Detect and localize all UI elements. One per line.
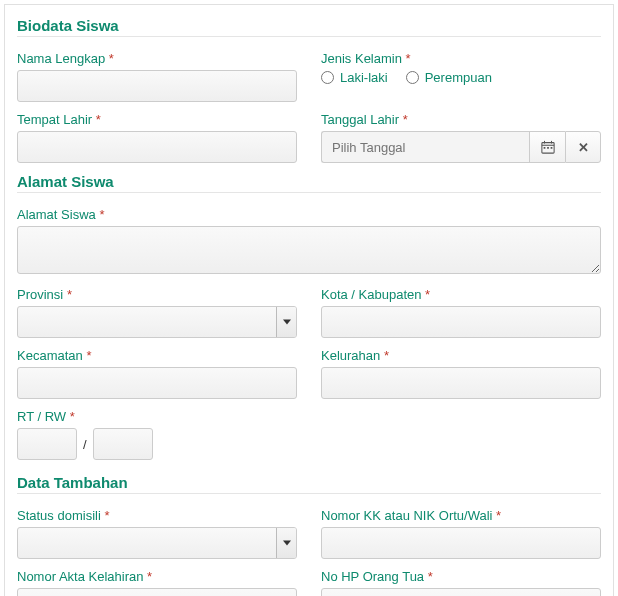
kecamatan-input[interactable] [17, 367, 297, 399]
label-status-domisili: Status domisili * [17, 508, 297, 523]
svg-rect-5 [547, 147, 549, 149]
label-tempat-lahir: Tempat Lahir * [17, 112, 297, 127]
svg-rect-4 [543, 147, 545, 149]
divider [17, 493, 601, 494]
svg-rect-6 [550, 147, 552, 149]
label-rt-rw: RT / RW * [17, 409, 297, 424]
nomor-kk-input[interactable] [321, 527, 601, 559]
nama-lengkap-input[interactable] [17, 70, 297, 102]
label-alamat-siswa: Alamat Siswa * [17, 207, 601, 222]
nomor-akta-input[interactable] [17, 588, 297, 596]
section-title-alamat: Alamat Siswa [17, 173, 601, 190]
clear-date-button[interactable]: ✕ [565, 131, 601, 163]
radio-label-laki: Laki-laki [340, 70, 388, 85]
radio-laki-laki[interactable] [321, 71, 334, 84]
provinsi-select[interactable] [17, 306, 297, 338]
no-hp-input[interactable] [321, 588, 601, 596]
tanggal-lahir-input[interactable] [321, 131, 529, 163]
date-input-group: ✕ [321, 131, 601, 163]
label-kelurahan: Kelurahan * [321, 348, 601, 363]
divider [17, 192, 601, 193]
label-nomor-kk: Nomor KK atau NIK Ortu/Wali * [321, 508, 601, 523]
rt-rw-separator: / [83, 437, 87, 452]
radio-perempuan[interactable] [406, 71, 419, 84]
label-nama-lengkap: Nama Lengkap * [17, 51, 297, 66]
divider [17, 36, 601, 37]
kelurahan-input[interactable] [321, 367, 601, 399]
section-title-biodata: Biodata Siswa [17, 17, 601, 34]
kota-input[interactable] [321, 306, 601, 338]
rw-input[interactable] [93, 428, 153, 460]
label-kecamatan: Kecamatan * [17, 348, 297, 363]
label-no-hp: No HP Orang Tua * [321, 569, 601, 584]
rt-input[interactable] [17, 428, 77, 460]
label-nomor-akta: Nomor Akta Kelahiran * [17, 569, 297, 584]
gender-radio-group: Laki-laki Perempuan [321, 70, 601, 85]
section-title-tambahan: Data Tambahan [17, 474, 601, 491]
label-jenis-kelamin: Jenis Kelamin * [321, 51, 601, 66]
label-kota: Kota / Kabupaten * [321, 287, 601, 302]
label-tanggal-lahir: Tanggal Lahir * [321, 112, 601, 127]
calendar-icon [541, 140, 555, 154]
alamat-siswa-textarea[interactable] [17, 226, 601, 274]
tempat-lahir-input[interactable] [17, 131, 297, 163]
form-panel: Biodata Siswa Nama Lengkap * Jenis Kelam… [4, 4, 614, 596]
status-domisili-select[interactable] [17, 527, 297, 559]
radio-label-perempuan: Perempuan [425, 70, 492, 85]
calendar-button[interactable] [529, 131, 565, 163]
close-icon: ✕ [578, 140, 589, 155]
label-provinsi: Provinsi * [17, 287, 297, 302]
